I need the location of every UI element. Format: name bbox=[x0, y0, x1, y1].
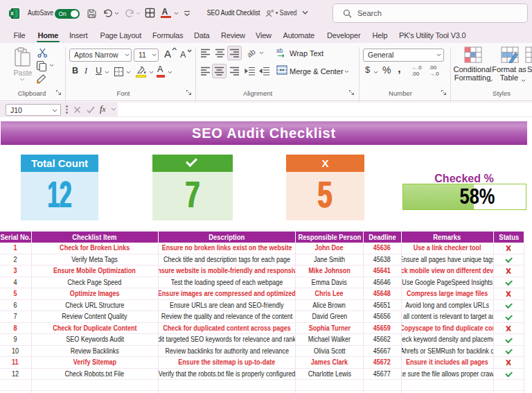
svg-text:ab: ab bbox=[276, 47, 283, 54]
svg-text:A: A bbox=[164, 48, 171, 60]
svg-text:A: A bbox=[180, 50, 186, 60]
svg-text:R: R bbox=[272, 9, 274, 13]
svg-text:ab: ab bbox=[247, 48, 257, 58]
svg-text:X: X bbox=[10, 10, 14, 17]
